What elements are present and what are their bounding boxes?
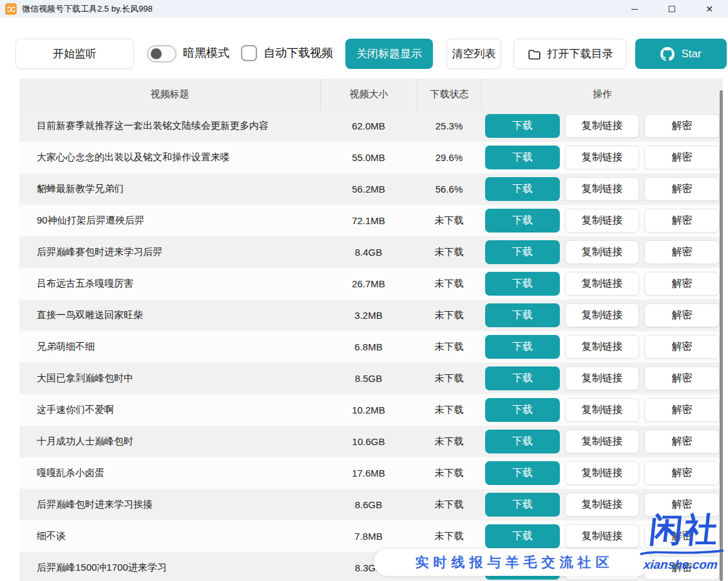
download-status-cell: 29.6%	[417, 152, 481, 163]
video-title-cell: 大国已拿到巅峰包时中	[19, 372, 320, 385]
table-row: 十月成功人士巅峰包时 10.6GB 未下载 下载 复制链接 解密	[19, 426, 723, 457]
decrypt-button[interactable]: 解密	[644, 335, 720, 359]
start-listen-button[interactable]: 开始监听	[15, 39, 134, 69]
download-button[interactable]: 下载	[485, 398, 560, 422]
download-status-cell: 56.6%	[417, 184, 481, 195]
download-button[interactable]: 下载	[485, 272, 560, 296]
titlebar: 微信视频号下载工具2.5 by.长风998 ─ ☐ ✕	[0, 0, 728, 18]
table-row: 这手速你们不爱啊 10.2MB 未下载 下载 复制链接 解密	[19, 394, 723, 426]
table-row: 兄弟萌细不细 6.8MB 未下载 下载 复制链接 解密	[19, 331, 723, 363]
download-button[interactable]: 下载	[485, 114, 560, 138]
download-button[interactable]: 下载	[485, 335, 560, 359]
open-download-dir-label: 打开下载目录	[548, 46, 613, 61]
promo-banner-text: 实时线报与羊毛交流社区	[411, 553, 614, 571]
video-title-cell: 细不谈	[19, 530, 320, 542]
download-button[interactable]: 下载	[485, 430, 560, 453]
download-status-cell: 未下载	[417, 467, 481, 479]
video-size-cell: 10.6GB	[320, 436, 417, 447]
video-title-cell: 大家心心念念的出装以及铭文和操作设置来喽	[19, 151, 320, 164]
close-title-display-button[interactable]: 关闭标题显示	[345, 39, 433, 69]
copy-link-button[interactable]: 复制链接	[565, 209, 639, 233]
table-row: 嘎嘎乱杀小卤蛋 17.6MB 未下载 下载 复制链接 解密	[19, 457, 723, 489]
video-size-cell: 8.4GB	[320, 247, 417, 258]
github-star-button[interactable]: Star	[635, 39, 727, 69]
decrypt-button[interactable]: 解密	[644, 461, 720, 485]
copy-link-button[interactable]: 复制链接	[565, 493, 639, 517]
download-button[interactable]: 下载	[485, 524, 560, 548]
row-actions: 下载 复制链接 解密	[481, 461, 723, 485]
download-status-cell: 25.3%	[417, 120, 481, 131]
clear-list-button[interactable]: 清空列表	[446, 39, 501, 69]
copy-link-button[interactable]: 复制链接	[565, 367, 639, 390]
copy-link-button[interactable]: 复制链接	[565, 177, 639, 201]
download-button[interactable]: 下载	[485, 303, 560, 327]
decrypt-button[interactable]: 解密	[644, 367, 720, 390]
row-actions: 下载 复制链接 解密	[481, 272, 723, 296]
auto-download-checkbox[interactable]	[241, 45, 257, 61]
video-size-cell: 8.6GB	[320, 499, 417, 510]
open-download-dir-button[interactable]: 打开下载目录	[513, 39, 627, 69]
video-title-cell: 吕布远古五杀嘎嘎厉害	[19, 278, 320, 290]
download-status-cell: 未下载	[417, 499, 481, 511]
decrypt-button[interactable]: 解密	[644, 303, 720, 327]
close-button[interactable]: ✕	[691, 0, 728, 18]
row-actions: 下载 复制链接 解密	[481, 335, 723, 359]
copy-link-button[interactable]: 复制链接	[565, 240, 639, 264]
decrypt-button[interactable]: 解密	[644, 272, 720, 296]
maximize-button[interactable]: ☐	[653, 0, 691, 18]
video-title-cell: 兄弟萌细不细	[19, 341, 320, 353]
table-row: 后羿巅峰赛包时进来学习后羿 8.4GB 未下载 下载 复制链接 解密	[19, 236, 723, 268]
decrypt-button[interactable]: 解密	[644, 209, 720, 233]
copy-link-button[interactable]: 复制链接	[565, 461, 639, 485]
download-status-cell: 未下载	[417, 530, 481, 542]
copy-link-button[interactable]: 复制链接	[565, 430, 639, 453]
github-icon	[660, 47, 675, 61]
video-size-cell: 8.5GB	[320, 373, 417, 384]
header-download-status: 下载状态	[417, 79, 481, 110]
copy-link-button[interactable]: 复制链接	[565, 335, 639, 359]
decrypt-button[interactable]: 解密	[644, 398, 720, 422]
table-row: 大国已拿到巅峰包时中 8.5GB 未下载 下载 复制链接 解密	[19, 363, 723, 394]
copy-link-button[interactable]: 复制链接	[565, 146, 639, 169]
decrypt-button[interactable]: 解密	[644, 114, 720, 138]
download-button[interactable]: 下载	[485, 146, 560, 169]
decrypt-button[interactable]: 解密	[644, 177, 720, 201]
row-actions: 下载 复制链接 解密	[481, 303, 723, 327]
download-button[interactable]: 下载	[485, 177, 560, 201]
table-row: 吕布远古五杀嘎嘎厉害 26.7MB 未下载 下载 复制链接 解密	[19, 268, 723, 300]
folder-icon	[528, 48, 541, 60]
table-row: 目前新赛季就推荐这一套出装铭文陆续会更新更多内容 62.0MB 25.3% 下载…	[19, 110, 723, 142]
decrypt-button[interactable]: 解密	[644, 430, 720, 453]
decrypt-button[interactable]: 解密	[644, 146, 720, 169]
promo-banner: 实时线报与羊毛交流社区	[374, 549, 651, 576]
download-button[interactable]: 下载	[485, 367, 560, 390]
app-window: 微信视频号下载工具2.5 by.长风998 ─ ☐ ✕ 开始监听 暗黑模式 自动…	[0, 0, 728, 581]
table-row: 大家心心念念的出装以及铭文和操作设置来喽 55.0MB 29.6% 下载 复制链…	[19, 142, 723, 173]
copy-link-button[interactable]: 复制链接	[565, 114, 639, 138]
row-actions: 下载 复制链接 解密	[481, 367, 723, 390]
dark-mode-toggle[interactable]	[147, 45, 177, 62]
header-video-size: 视频大小	[320, 79, 417, 110]
video-size-cell: 7.8MB	[320, 531, 417, 542]
copy-link-button[interactable]: 复制链接	[565, 303, 639, 327]
video-size-cell: 3.2MB	[320, 310, 417, 321]
video-title-cell: 这手速你们不爱啊	[19, 404, 320, 416]
row-actions: 下载 复制链接 解密	[481, 240, 723, 264]
auto-download-label: 自动下载视频	[263, 45, 333, 61]
row-actions: 下载 复制链接 解密	[481, 209, 723, 233]
decrypt-button[interactable]: 解密	[644, 240, 720, 264]
minimize-button[interactable]: ─	[616, 0, 653, 18]
download-button[interactable]: 下载	[485, 493, 560, 517]
copy-link-button[interactable]: 复制链接	[565, 524, 639, 548]
app-icon	[5, 3, 17, 15]
vertical-scrollbar[interactable]	[720, 90, 723, 581]
download-button[interactable]: 下载	[485, 209, 560, 233]
download-button[interactable]: 下载	[485, 461, 560, 485]
download-status-cell: 未下载	[417, 372, 481, 385]
download-status-cell: 未下载	[417, 214, 481, 227]
watermark-swoosh	[640, 549, 724, 557]
copy-link-button[interactable]: 复制链接	[565, 398, 639, 422]
copy-link-button[interactable]: 复制链接	[565, 272, 639, 296]
download-status-cell: 未下载	[417, 404, 481, 416]
download-button[interactable]: 下载	[485, 240, 560, 264]
